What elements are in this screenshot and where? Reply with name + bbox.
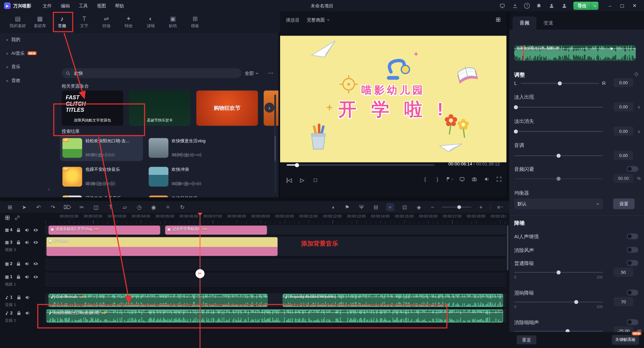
equalizer-preset-dropdown[interactable]: 默认 (514, 198, 603, 209)
collection-card[interactable]: FAST GLITCH — TITLES 故障风炫酷文字资源包 (62, 90, 123, 126)
sidebar-item[interactable]: ▸ 我的 (0, 33, 57, 46)
reverb-slider[interactable] (514, 302, 603, 302)
menu-item[interactable]: 工具 (79, 3, 88, 9)
pitch-value[interactable]: 0.00 (613, 151, 633, 160)
link-clips-icon[interactable] (15, 215, 20, 220)
sticker-clip[interactable]: ▣进度条贴纸2-开学VlogVIP (48, 226, 160, 235)
sidebar-item[interactable]: ▸ 音乐 (0, 60, 57, 73)
wind-removal-toggle[interactable] (627, 247, 638, 253)
denoise-value[interactable]: 50 (613, 267, 633, 277)
hide-icon[interactable] (33, 275, 38, 280)
menu-item[interactable]: 视图 (97, 3, 106, 9)
mute-icon[interactable] (24, 261, 30, 266)
toolbar-icon[interactable]: ↷ (49, 203, 57, 211)
stop-button[interactable]: □ (311, 175, 320, 185)
toolbar-icon[interactable]: ▱ (121, 203, 129, 211)
audio-result-item[interactable]: VIP 活泼欢快 儿童音乐 02:01 (60, 192, 143, 197)
zoom-handle[interactable] (457, 205, 461, 209)
toolbar-icon[interactable]: ↶ (35, 203, 43, 211)
timeline-zoom-slider[interactable] (442, 207, 472, 207)
reverb-toggle[interactable] (627, 290, 638, 295)
zoom-out-button[interactable]: − (428, 203, 436, 211)
playhead[interactable]: ✂ (200, 213, 200, 348)
fade-out-value[interactable]: 0.00 (613, 127, 633, 136)
lock-icon[interactable] (16, 261, 21, 266)
media-tab[interactable]: ⊞ 模板 (184, 11, 206, 33)
collection-card[interactable]: 圣诞节快乐贺卡 (129, 90, 191, 126)
volume-icon[interactable] (483, 175, 491, 183)
search-input[interactable] (73, 70, 237, 76)
audio-clip[interactable]: Inspiring Ambient memories (282, 294, 503, 307)
audio-clip[interactable]: Cute AnimalsVIP (48, 294, 268, 307)
maximize-button[interactable]: ◻ (616, 0, 629, 11)
render-preview-button[interactable] (446, 175, 454, 183)
media-tab[interactable]: ✦ 特效 (117, 11, 140, 33)
track-overview-icon[interactable] (5, 215, 10, 220)
clip-volume-line[interactable] (514, 48, 636, 49)
selected-clip-card[interactable]: 轻松欢快阳光口哨-去旅行吧 (514, 45, 636, 61)
zoom-in-button[interactable]: + (477, 203, 485, 211)
toolbar-icon[interactable]: ➤ (20, 203, 28, 211)
snapshot-camera-icon[interactable] (470, 175, 478, 183)
media-tab[interactable]: ♪ 音频 (51, 11, 73, 33)
fade-in-slider[interactable] (514, 107, 603, 107)
sidebar-item[interactable]: ▸ AI音乐 NEW (0, 46, 57, 60)
ducking-value[interactable]: 50.00 (613, 174, 633, 183)
toolbar-icon[interactable]: ⌗ (164, 203, 172, 211)
toolbar-icon[interactable]: ◉ (150, 203, 158, 211)
ducking-toggle[interactable] (627, 166, 638, 172)
toolbar-icon[interactable]: ⊡ (400, 203, 409, 211)
account-avatar[interactable] (560, 2, 568, 9)
fade-out-slider[interactable] (514, 131, 603, 132)
keyframe-panel-button[interactable]: 关键帧面板 NEW (612, 335, 639, 345)
save-icon[interactable] (511, 2, 519, 9)
menu-item[interactable]: 编辑 (61, 3, 70, 9)
media-tab[interactable]: ◐ 滤镜 (140, 11, 162, 33)
toolbar-icon[interactable]: T (106, 203, 114, 211)
help-icon[interactable]: ? (524, 3, 530, 9)
properties-tab[interactable]: 音频 (513, 16, 536, 30)
close-button[interactable]: ✕ (628, 0, 641, 11)
lock-icon[interactable] (16, 311, 21, 316)
keyframe-diamond-icon[interactable]: ◇ (635, 71, 638, 77)
mark-out-button[interactable]: } (433, 175, 441, 183)
mark-in-button[interactable]: { (421, 175, 429, 183)
toolbar-icon[interactable]: ◑ (329, 203, 337, 211)
mute-icon[interactable] (25, 295, 30, 300)
filter-dropdown[interactable]: 全部 (245, 69, 259, 77)
toolbar-icon[interactable]: Ψ (357, 203, 365, 211)
playback-progress-slider[interactable] (287, 164, 435, 166)
mirror-display-icon[interactable] (499, 2, 506, 9)
menu-item[interactable]: 文件 (43, 3, 52, 9)
split-scissors-icon[interactable]: ✂ (196, 269, 205, 278)
toolbar-icon[interactable]: ⊞ (6, 203, 14, 211)
reset-button[interactable]: 重置 (517, 335, 536, 344)
audio-result-item[interactable]: 欢快冲浪 01:34 (146, 163, 229, 190)
toolbar-icon[interactable]: ↻ (178, 203, 186, 211)
media-tab[interactable]: T 文字 (73, 11, 95, 33)
ai-voice-toggle[interactable] (627, 234, 638, 239)
media-tab[interactable]: ▤ 我的素材 (7, 11, 29, 33)
hide-icon[interactable] (33, 228, 38, 233)
media-tab[interactable]: ▣ 贴纸 (162, 11, 184, 33)
mirror-to-display-icon[interactable] (458, 175, 466, 183)
compare-view-icon[interactable] (496, 17, 501, 22)
audio-result-item[interactable]: VIP 焦躁不安欢快音乐 02:08 (60, 163, 143, 190)
hide-icon[interactable] (33, 240, 38, 245)
toolbar-icon[interactable]: ◫ (92, 203, 100, 211)
timeline-scrollbar[interactable] (507, 225, 508, 270)
playhead-handle[interactable] (198, 213, 203, 216)
fullscreen-icon[interactable] (495, 175, 503, 183)
properties-tab[interactable]: 变速 (536, 16, 560, 30)
pitch-slider[interactable] (514, 155, 603, 156)
lock-icon[interactable] (16, 228, 21, 233)
toolbar-icon[interactable]: ◈ (415, 203, 423, 211)
media-tab[interactable]: ▦ 素材库 (29, 11, 51, 33)
hum-slider[interactable] (514, 331, 603, 332)
toolbar-icon[interactable]: ✂ (77, 203, 86, 211)
fade-in-value[interactable]: 0.00 (613, 102, 633, 111)
audio-result-item[interactable]: VIP 轻松欢快阳光口哨-去... 01:39 (60, 135, 143, 161)
mute-icon[interactable] (24, 228, 30, 233)
toolbar-icon[interactable]: ⌦ (63, 203, 71, 211)
hide-icon[interactable] (33, 261, 38, 266)
